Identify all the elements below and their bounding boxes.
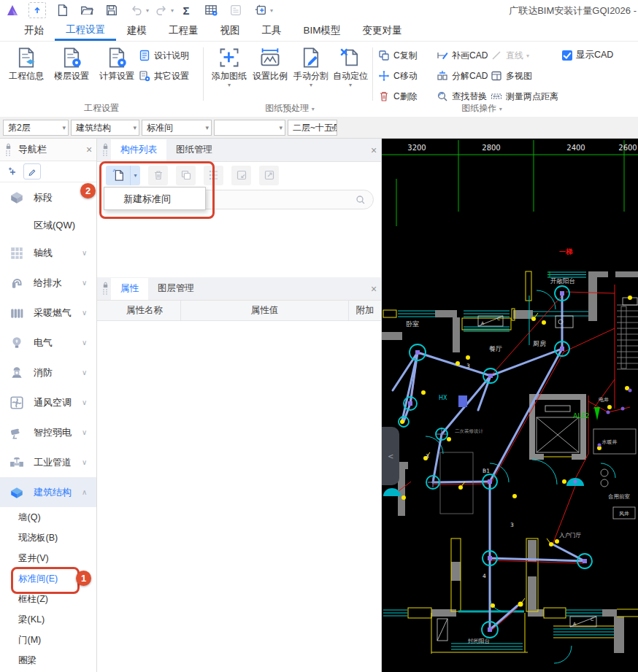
collapse-left-icon[interactable]: <: [388, 452, 393, 460]
chevron-down-icon[interactable]: ∨: [82, 458, 96, 466]
tab-view[interactable]: 视图: [210, 20, 251, 41]
type-select[interactable]: 标准间▾: [142, 120, 212, 136]
sidebar-subitem-ring-beam[interactable]: 圈梁: [0, 650, 96, 671]
svg-text:4: 4: [483, 573, 486, 579]
chevron-down-icon[interactable]: ∨: [82, 279, 96, 287]
sidebar-item-industrial-pipe[interactable]: 工业管道∨: [0, 447, 96, 477]
new-standard-room-menu-item[interactable]: 新建标准间: [104, 187, 206, 210]
edit-navigation-icon[interactable]: [23, 163, 41, 179]
tab-properties[interactable]: 属性: [111, 278, 148, 300]
sidebar-item-low-voltage[interactable]: 智控弱电∨: [0, 417, 96, 447]
redo-icon[interactable]: [153, 2, 170, 18]
menu-bar: 开始 工程设置 建模 工程量 视图 工具 BIM模型 变更对量: [0, 20, 638, 42]
new-component-caret-icon[interactable]: ▾: [130, 166, 140, 185]
sidebar-subitem-beam[interactable]: 梁(KL): [0, 609, 96, 630]
column-property-name[interactable]: 属性名称: [97, 301, 181, 320]
component-list-body[interactable]: [97, 213, 381, 277]
drawing-select[interactable]: 二层~十五层照▾: [288, 120, 337, 136]
property-table-body[interactable]: [97, 321, 381, 671]
chevron-down-icon[interactable]: ∨: [82, 339, 96, 347]
step-badge-1: 1: [76, 571, 91, 586]
cad-viewport[interactable]: 3200 2800 2400 2600 一梯: [382, 139, 638, 672]
design-notes-button[interactable]: 设计说明: [139, 47, 189, 63]
sidebar-item-electrical[interactable]: 电气∨: [0, 328, 96, 358]
summation-icon[interactable]: Σ: [177, 2, 195, 18]
sidebar-item-plumbing[interactable]: 给排水∨: [0, 268, 96, 298]
sidebar-close-icon[interactable]: ×: [82, 144, 96, 155]
tab-project-settings[interactable]: 工程设置: [55, 20, 116, 41]
cad-move-button[interactable]: C移动: [378, 68, 418, 84]
open-folder-icon[interactable]: [78, 2, 96, 18]
undo-caret-icon[interactable]: ▾: [146, 7, 149, 14]
new-file-icon[interactable]: [106, 166, 130, 185]
sidebar-subitem-slab[interactable]: 现浇板(B): [0, 528, 96, 548]
sidebar-subitem-door[interactable]: 门(M): [0, 630, 96, 650]
panel-collapse-tab[interactable]: <: [382, 427, 399, 485]
chevron-up-icon[interactable]: ∧: [82, 488, 96, 496]
tab-start[interactable]: 开始: [13, 20, 55, 41]
sidebar-subitem-wall[interactable]: 墙(Q): [0, 507, 96, 528]
new-component-button[interactable]: ▾: [106, 166, 140, 185]
major-select[interactable]: 建筑结构▾: [71, 120, 139, 136]
sidebar-item-hvac[interactable]: 通风空调∨: [0, 387, 96, 417]
lock-grip-icon[interactable]: [99, 143, 111, 157]
chevron-down-icon[interactable]: ∨: [82, 428, 96, 436]
tab-layer-management[interactable]: 图层管理: [148, 278, 204, 300]
new-file-icon[interactable]: [53, 2, 71, 18]
sidebar-item-axis[interactable]: 轴线∨: [0, 238, 96, 268]
tab-bim-model[interactable]: BIM模型: [293, 20, 352, 41]
svg-text:3: 3: [466, 363, 470, 369]
redo-caret-icon[interactable]: ▾: [171, 7, 174, 14]
add-drawing-button[interactable]: 添加图纸▾: [209, 45, 250, 88]
show-cad-checkbox[interactable]: 显示CAD: [562, 49, 613, 61]
svg-text:C: C: [497, 316, 500, 321]
checkbox-checked-icon[interactable]: [562, 50, 572, 61]
svg-text:二次装修设计: 二次装修设计: [455, 428, 484, 434]
undo-icon[interactable]: [128, 2, 145, 18]
grid-view-icon[interactable]: [202, 2, 220, 18]
chevron-down-icon[interactable]: ∨: [82, 309, 96, 317]
chevron-down-icon[interactable]: ∨: [82, 368, 96, 376]
sidebar-subitem-shaft[interactable]: 竖井(V): [0, 548, 96, 568]
multi-view-button[interactable]: 多视图: [491, 68, 532, 84]
sidebar-header: 导航栏 ×: [0, 139, 96, 161]
component-select[interactable]: ▾: [214, 120, 285, 136]
sidebar-item-building-structure[interactable]: 建筑结构∧: [0, 477, 96, 507]
tab-component-list[interactable]: 构件列表: [111, 139, 166, 161]
redraw-cad-button[interactable]: 补画CAD: [437, 47, 488, 63]
tab-tools[interactable]: 工具: [251, 20, 293, 41]
sidebar-item-fire[interactable]: 消防∨: [0, 358, 96, 387]
cad-copy-button[interactable]: C复制: [378, 47, 418, 63]
chevron-down-icon[interactable]: ∨: [82, 249, 96, 257]
add-navigation-icon[interactable]: [4, 164, 20, 179]
property-panel-close-icon[interactable]: ×: [366, 283, 381, 295]
sidebar-item-region[interactable]: 区域(QW): [0, 213, 96, 238]
component-panel-close-icon[interactable]: ×: [366, 144, 381, 156]
save-icon[interactable]: [103, 2, 120, 18]
chevron-down-icon[interactable]: ∨: [82, 398, 96, 406]
column-attach[interactable]: 附加: [349, 301, 381, 320]
tab-quantities[interactable]: 工程量: [158, 20, 210, 41]
sidebar-item-heating-gas[interactable]: 采暖燃气∨: [0, 298, 96, 328]
column-property-value[interactable]: 属性值: [181, 301, 349, 320]
other-settings-button[interactable]: 其它设置: [139, 68, 189, 84]
set-scale-button[interactable]: 设置比例: [250, 45, 291, 82]
tab-drawing-management[interactable]: 图纸管理: [166, 139, 222, 161]
explode-cad-button[interactable]: 分解CAD: [437, 68, 488, 84]
svg-text:2600: 2600: [618, 144, 637, 152]
lock-grip-icon[interactable]: [99, 282, 111, 296]
manual-split-button[interactable]: 手动分割▾: [291, 45, 331, 88]
calc-settings-button[interactable]: 计算设置: [96, 45, 137, 82]
component-panel-header: 构件列表 图纸管理 ×: [97, 139, 381, 162]
lock-grip-icon[interactable]: [2, 143, 14, 157]
tab-change-compare[interactable]: 变更对量: [352, 20, 413, 41]
floor-select[interactable]: 第2层▾: [3, 120, 69, 136]
upgrade-icon[interactable]: [28, 2, 46, 18]
floor-settings-button[interactable]: 楼层设置: [51, 45, 92, 82]
sidebar-subitem-frame-column[interactable]: 框柱(Z): [0, 589, 96, 609]
tab-modeling[interactable]: 建模: [116, 20, 158, 41]
capture-add-icon[interactable]: [252, 2, 269, 18]
project-info-button[interactable]: 工程信息: [6, 45, 47, 82]
auto-locate-button[interactable]: 自动定位▾: [330, 45, 371, 88]
toolbar-more-icon[interactable]: ▾: [270, 7, 273, 14]
